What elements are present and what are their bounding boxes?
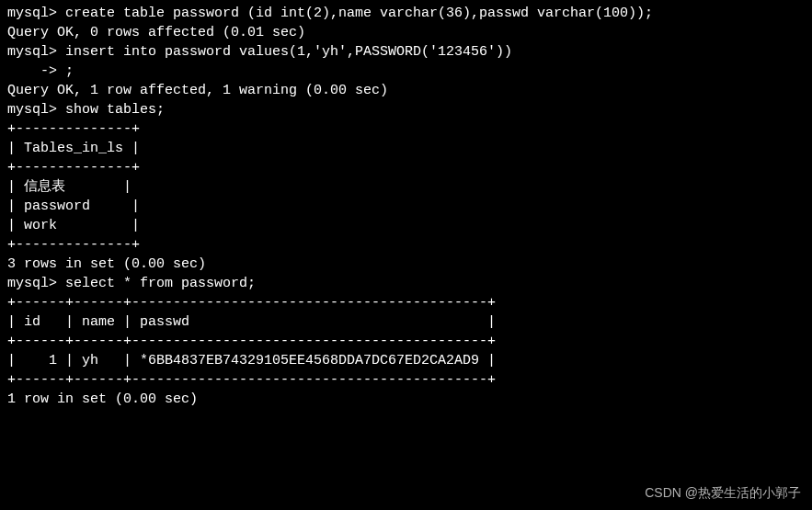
query-result-line: Query OK, 0 rows affected (0.01 sec) — [7, 23, 805, 42]
table-header-line: | Tables_in_ls | — [7, 139, 805, 158]
table-border-line: +--------------+ — [7, 158, 805, 177]
sql-command-line: mysql> insert into password values(1,'yh… — [7, 42, 805, 62]
table-border-line: +--------------+ — [7, 119, 805, 139]
query-result-line: Query OK, 1 row affected, 1 warning (0.0… — [7, 81, 805, 100]
table-row: | 1 | yh | *6BB4837EB74329105EE4568DDA7D… — [7, 351, 805, 370]
table-row: | password | — [7, 197, 805, 216]
sql-command-line: mysql> show tables; — [7, 100, 805, 119]
watermark-text: CSDN @热爱生活的小郭子 — [645, 484, 801, 503]
sql-command-line: mysql> create table password (id int(2),… — [7, 4, 805, 23]
sql-continuation-line: -> ; — [7, 62, 805, 81]
table-header-line: | id | name | passwd | — [7, 312, 805, 332]
table-border-line: +------+------+-------------------------… — [7, 332, 805, 351]
table-row: | 信息表 | — [7, 177, 805, 197]
table-row: | work | — [7, 216, 805, 235]
table-border-line: +--------------+ — [7, 235, 805, 255]
sql-command-line: mysql> select * from password; — [7, 274, 805, 293]
terminal-output: mysql> create table password (id int(2),… — [7, 4, 805, 409]
query-result-line: 1 row in set (0.00 sec) — [7, 390, 805, 409]
table-border-line: +------+------+-------------------------… — [7, 370, 805, 390]
query-result-line: 3 rows in set (0.00 sec) — [7, 255, 805, 274]
table-border-line: +------+------+-------------------------… — [7, 293, 805, 312]
